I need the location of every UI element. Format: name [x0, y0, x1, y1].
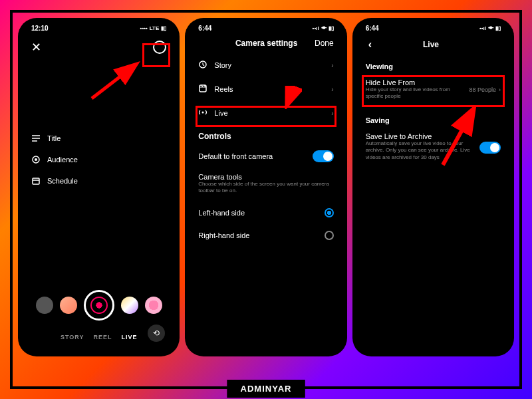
status-time: 12:10: [31, 25, 49, 32]
reels-label: Reels: [214, 85, 233, 93]
mode-live[interactable]: LIVE: [121, 334, 137, 340]
signal-icon: ••••: [140, 25, 148, 31]
status-indicators: ••ıl ⬲ ▮▯: [479, 25, 501, 31]
status-indicators: •••• LTE ▮▯: [140, 25, 167, 31]
live-indicator-icon: [90, 297, 108, 314]
live-settings-header: ‹ Live: [356, 33, 510, 56]
battery-icon: ▮▯: [329, 25, 334, 31]
notch: [76, 18, 122, 27]
save-live-description: Automatically save your live video to yo…: [366, 140, 474, 161]
tutorial-frame: 12:10 •••• LTE ▮▯ ✕: [10, 10, 522, 389]
camera-settings-list: Story › Reels › Live ›: [189, 53, 342, 247]
chevron-right-icon: ›: [331, 62, 333, 69]
filter-thumb-4[interactable]: [145, 297, 162, 314]
back-button[interactable]: ‹: [366, 39, 374, 51]
camera-tools-description: Choose which side of the screen you want…: [198, 181, 333, 195]
reels-setting[interactable]: Reels ›: [198, 77, 333, 101]
right-hand-label: Right-hand side: [198, 231, 249, 239]
reels-icon: [198, 84, 207, 94]
left-hand-radio[interactable]: [325, 208, 334, 217]
save-live-title: Save Live to Archive: [366, 132, 474, 140]
page-title: Camera settings: [218, 39, 315, 48]
save-live-archive-row[interactable]: Save Live to Archive Automatically save …: [366, 127, 501, 166]
shutter-row: [22, 290, 176, 321]
phone-screen-1: 12:10 •••• LTE ▮▯ ✕: [18, 18, 180, 356]
battery-icon: ▮▯: [495, 25, 501, 31]
filter-thumb-2[interactable]: [60, 297, 77, 314]
right-hand-side-option[interactable]: Right-hand side: [198, 224, 333, 247]
title-option[interactable]: Title: [31, 128, 166, 149]
status-time: 6:44: [198, 25, 211, 32]
battery-icon: ▮▯: [161, 25, 166, 31]
mode-story[interactable]: STORY: [61, 334, 84, 340]
svg-point-3: [35, 158, 37, 161]
highlight-box-settings: [142, 43, 170, 67]
signal-icon: ••ıl: [479, 25, 486, 31]
done-button[interactable]: Done: [315, 39, 334, 48]
phone-screen-2: 6:44 ••ıl ⬲ ▮▯ Camera settings Done Stor…: [185, 18, 346, 356]
settings-header: Camera settings Done: [189, 33, 342, 53]
svg-rect-4: [33, 178, 39, 184]
svg-line-1: [92, 65, 135, 98]
shutter-button[interactable]: [84, 290, 114, 321]
mode-reel[interactable]: REEL: [93, 334, 112, 340]
phone-screen-3: 6:44 ••ıl ⬲ ▮▯ ‹ Live Viewing Hide Live …: [352, 18, 514, 356]
viewing-section-title: Viewing: [366, 56, 501, 73]
status-time: 6:44: [366, 25, 379, 32]
highlight-box-live: [196, 106, 336, 127]
wifi-icon: ⬲: [321, 25, 327, 31]
status-indicators: ••ıl ⬲ ▮▯: [313, 25, 334, 31]
story-label: Story: [214, 61, 231, 69]
highlight-arrow-1: [85, 59, 145, 105]
chevron-right-icon: ›: [331, 86, 333, 93]
story-setting[interactable]: Story ›: [198, 53, 333, 77]
camera-tools-section: Camera tools Choose which side of the sc…: [198, 169, 333, 201]
default-camera-label: Default to front camera: [198, 152, 273, 160]
switch-camera-icon: ⟲: [153, 329, 160, 338]
page-title: Live: [374, 40, 487, 49]
live-options-menu: Title Audience Schedule: [22, 128, 176, 192]
audience-label: Audience: [47, 156, 78, 164]
highlight-box-hide-live: [362, 75, 505, 107]
controls-section-title: Controls: [198, 125, 333, 144]
left-hand-label: Left-hand side: [198, 209, 245, 217]
default-camera-toggle[interactable]: [313, 150, 334, 162]
filter-thumb-1[interactable]: [36, 297, 53, 314]
schedule-label: Schedule: [47, 177, 78, 185]
live-settings-list: Viewing Hide Live From 88 People › Hide …: [356, 56, 510, 166]
title-label: Title: [47, 134, 61, 142]
signal-icon: ••ıl: [313, 25, 319, 31]
story-icon: [198, 60, 207, 70]
network-label: LTE: [150, 25, 160, 31]
save-live-toggle[interactable]: [479, 142, 501, 154]
camera-tools-title: Camera tools: [198, 173, 333, 181]
audience-icon: [31, 155, 41, 164]
filter-thumb-3[interactable]: [121, 297, 138, 314]
right-hand-radio[interactable]: [325, 231, 334, 240]
saving-section-title: Saving: [366, 106, 501, 127]
notch: [243, 18, 289, 27]
watermark: ADMINYAR: [227, 380, 305, 398]
wifi-icon: ⬲: [488, 25, 493, 31]
default-front-camera-toggle-row[interactable]: Default to front camera: [198, 144, 333, 169]
left-hand-side-option[interactable]: Left-hand side: [198, 201, 333, 224]
title-icon: [31, 134, 41, 143]
notch: [410, 18, 456, 27]
close-icon[interactable]: ✕: [31, 40, 41, 55]
schedule-option[interactable]: Schedule: [31, 170, 166, 192]
audience-option[interactable]: Audience: [31, 149, 166, 170]
schedule-icon: [31, 176, 41, 186]
